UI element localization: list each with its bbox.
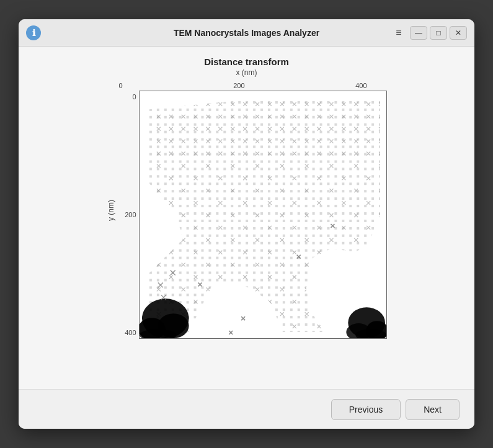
window-controls: ≡ — □ ✕ (385, 26, 467, 40)
distance-transform-plot (140, 91, 386, 338)
titlebar: ℹ TEM Nanocrystals Images Analyzer ≡ — □… (19, 19, 474, 47)
y-tick-400: 400 (119, 326, 136, 339)
plot-area (139, 91, 387, 339)
maximize-button[interactable]: □ (430, 26, 447, 40)
minimize-button[interactable]: — (410, 26, 427, 40)
x-axis-label-top: x (nm) (236, 68, 257, 77)
chart-title: Distance transform (204, 56, 289, 67)
menu-button[interactable]: ≡ (390, 26, 407, 40)
window-title: TEM Nanocrystals Images Analyzer (174, 28, 319, 38)
x-tick-200: 200 (233, 82, 244, 89)
next-button[interactable]: Next (406, 399, 460, 420)
close-button[interactable]: ✕ (450, 26, 467, 40)
y-axis-label: y (nm) (107, 200, 115, 221)
chart-with-axes: 0 200 400 0 200 400 (119, 82, 387, 339)
info-icon[interactable]: ℹ (26, 25, 41, 40)
chart-area: y (nm) 0 200 400 0 200 400 (107, 82, 387, 339)
x-axis-ticks: 0 200 400 (119, 82, 367, 91)
x-tick-400: 400 (355, 82, 366, 89)
y-tick-200: 200 (119, 208, 136, 221)
y-axis-ticks: 0 200 400 (119, 91, 139, 339)
main-content: Distance transform x (nm) y (nm) 0 200 4… (19, 47, 474, 389)
app-window: ℹ TEM Nanocrystals Images Analyzer ≡ — □… (19, 19, 474, 429)
x-tick-0: 0 (119, 82, 123, 89)
footer: Previous Next (19, 389, 474, 429)
y-tick-0: 0 (119, 91, 136, 103)
previous-button[interactable]: Previous (331, 399, 401, 420)
chart-body: 0 200 400 (119, 91, 387, 339)
